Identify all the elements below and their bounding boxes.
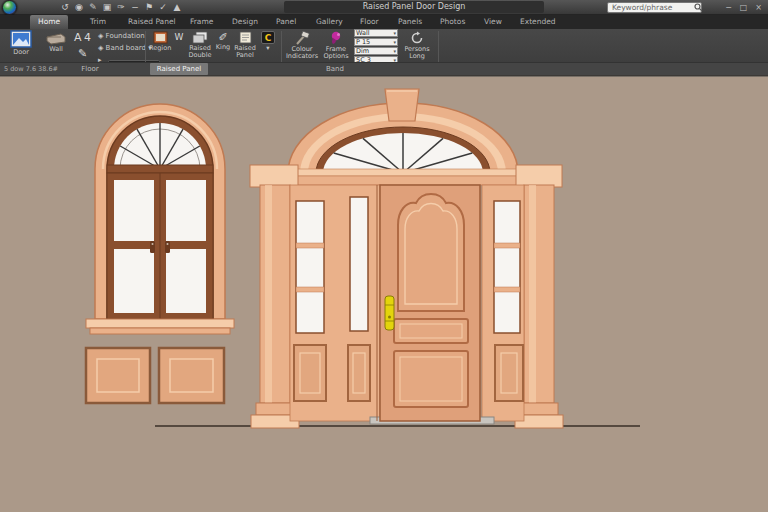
glass-pane xyxy=(166,180,206,241)
door-bottom-panel xyxy=(394,351,468,407)
ribbon-tab-row: Home Trim Raised Panel Frame Design Pane… xyxy=(0,15,768,29)
keystone xyxy=(385,89,419,121)
door-tool-button[interactable]: Door xyxy=(4,30,38,56)
w-icon: W xyxy=(175,32,184,42)
pilaster-base xyxy=(520,403,558,415)
application-menu-button[interactable] xyxy=(2,0,17,15)
search-input[interactable]: Keyword/phrase xyxy=(607,2,702,13)
wall-tool-icon xyxy=(46,33,66,45)
pilaster-capital xyxy=(516,165,562,187)
tab-frame[interactable]: Frame xyxy=(182,15,221,29)
open-icon[interactable]: ◉ xyxy=(72,1,86,14)
combo-wall[interactable]: Wall▾ xyxy=(354,29,398,37)
spinner-icon[interactable]: ▾ xyxy=(393,30,396,37)
foundation-option[interactable]: ◈ Foundation xyxy=(98,32,145,41)
band-board-icon: ◈ xyxy=(98,44,106,52)
sidelight-muntin xyxy=(494,243,520,248)
keyhole-icon xyxy=(388,316,391,319)
grid-4-button[interactable]: 4 xyxy=(84,31,91,44)
pilaster-left xyxy=(260,185,290,403)
w-button[interactable]: W xyxy=(172,31,186,44)
search-icon[interactable] xyxy=(694,3,703,12)
glass-pane xyxy=(114,249,154,313)
note-icon xyxy=(239,31,252,44)
glass-pane xyxy=(114,180,154,241)
flag-icon[interactable]: ⚑ xyxy=(142,1,156,14)
door-middle-panel xyxy=(394,319,468,343)
window-drawing[interactable] xyxy=(86,104,234,334)
raised-panel-samples[interactable] xyxy=(86,348,224,403)
spinner-icon[interactable]: ▾ xyxy=(393,39,396,46)
refresh-icon xyxy=(410,31,424,45)
tab-panel[interactable]: Panel xyxy=(268,15,304,29)
glass-pane xyxy=(166,249,206,313)
door-tool-icon xyxy=(10,30,32,48)
pilaster-right xyxy=(524,185,554,403)
window-title: Raised Panel Door Design xyxy=(284,1,544,13)
coordinate-readout: 5 dow 7.6 38.6# xyxy=(4,63,58,75)
floor-panel-label[interactable]: Floor xyxy=(60,63,120,75)
maximize-button[interactable]: □ xyxy=(737,1,750,14)
close-button[interactable]: × xyxy=(752,1,765,14)
raised-panel-square xyxy=(159,348,224,403)
region-button[interactable]: Region xyxy=(149,31,171,52)
minimize-button[interactable]: − xyxy=(722,1,735,14)
tab-floor[interactable]: Floor xyxy=(352,15,387,29)
paint-icon xyxy=(328,31,344,45)
entablature-upper xyxy=(272,169,540,176)
tab-design[interactable]: Design xyxy=(224,15,266,29)
handle-highlight xyxy=(167,243,169,245)
raised-panel-panel-label[interactable]: Raised Panel xyxy=(150,63,208,75)
tab-home[interactable]: Home xyxy=(30,15,68,29)
raised-panel-button[interactable]: Raised Panel xyxy=(232,31,258,59)
pointer-icon[interactable]: ✎ xyxy=(78,47,87,60)
sidelight-muntin xyxy=(296,287,324,292)
plot-icon[interactable]: ▲ xyxy=(170,1,184,14)
pilaster-base xyxy=(256,403,294,415)
band-panel-label[interactable]: Band xyxy=(300,63,370,75)
combo-p15[interactable]: P 15▾ xyxy=(354,38,398,46)
combo-dim[interactable]: Dim▾ xyxy=(354,47,398,55)
narrow-sidelite-glass xyxy=(350,197,368,331)
colour-indicators-button[interactable]: Colour Indicators xyxy=(285,31,319,60)
spinner-icon[interactable]: ▾ xyxy=(393,48,396,55)
c-tool-button[interactable]: C ▾ xyxy=(259,31,277,52)
band-board-option[interactable]: ◈ Band board ▾ xyxy=(98,44,152,53)
tab-trim[interactable]: Trim xyxy=(82,15,114,29)
minus-icon[interactable]: − xyxy=(128,1,142,14)
handle-highlight xyxy=(152,243,154,245)
sidelight-muntin xyxy=(494,287,520,292)
check-icon[interactable]: ✓ xyxy=(156,1,170,14)
sidelight-glass xyxy=(494,201,520,333)
pen-icon[interactable]: ✑ xyxy=(114,1,128,14)
tab-panels[interactable]: Panels xyxy=(390,15,430,29)
tab-gallery[interactable]: Gallery xyxy=(308,15,351,29)
application-window: ↺ ◉ ✎ ▣ ✑ − ⚑ ✓ ▲ Raised Panel Door Desi… xyxy=(0,0,768,512)
sidelight-glass xyxy=(296,201,324,333)
text-style-button[interactable]: A xyxy=(74,31,82,44)
raised-double-button[interactable]: Raised Double xyxy=(186,31,214,59)
drawing-canvas[interactable] xyxy=(0,77,768,512)
door-drawing[interactable] xyxy=(250,89,563,428)
tab-photos[interactable]: Photos xyxy=(432,15,473,29)
tab-view[interactable]: View xyxy=(476,15,510,29)
title-bar: ↺ ◉ ✎ ▣ ✑ − ⚑ ✓ ▲ Raised Panel Door Desi… xyxy=(0,0,768,15)
edit-icon[interactable]: ✎ xyxy=(86,1,100,14)
king-button[interactable]: ✐ King xyxy=(214,31,232,51)
tab-extended[interactable]: Extended xyxy=(512,15,564,29)
window-transom-bar xyxy=(107,165,213,173)
ribbon: Door Wall A 4 ✎ ◈ Foundation ◈ Band boar… xyxy=(0,29,768,75)
persons-long-button[interactable]: Persons Long xyxy=(402,31,432,60)
door-top-panel xyxy=(398,194,464,311)
door-handle[interactable] xyxy=(385,296,394,330)
undo-icon[interactable]: ↺ xyxy=(58,1,72,14)
pilaster-capital xyxy=(250,165,298,187)
region-icon xyxy=(153,31,168,44)
tab-raised-panel[interactable]: Raised Panel xyxy=(120,15,184,29)
raised-panel-square xyxy=(86,348,150,403)
save-icon[interactable]: ▣ xyxy=(100,1,114,14)
frame-options-button[interactable]: Frame Options xyxy=(320,31,352,60)
wall-tool-button[interactable]: Wall xyxy=(42,33,70,53)
pilaster-flute xyxy=(265,185,272,403)
foundation-icon: ◈ xyxy=(98,32,106,40)
